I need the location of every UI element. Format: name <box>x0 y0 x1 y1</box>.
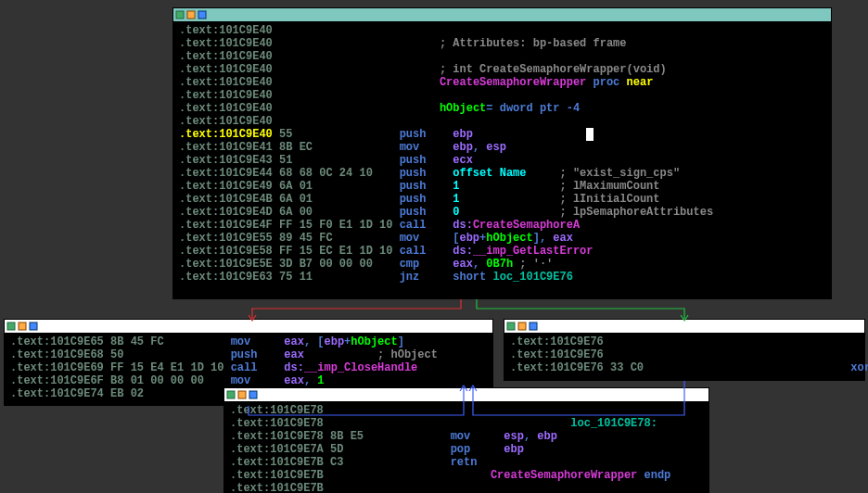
header-icon-2 <box>237 390 247 399</box>
svg-rect-8 <box>530 322 537 330</box>
header-icon-1 <box>226 390 236 399</box>
svg-rect-1 <box>187 11 195 19</box>
header-icon-3 <box>529 322 538 331</box>
svg-rect-7 <box>518 322 526 330</box>
code-right[interactable]: .text:101C9E76 .text:101C9E76 loc_101C9E… <box>504 333 864 378</box>
graph-node-main[interactable]: .text:101C9E40 .text:101C9E40 ; Attribut… <box>172 7 832 299</box>
svg-rect-6 <box>507 322 515 330</box>
graph-node-bottom[interactable]: .text:101C9E78 .text:101C9E78 loc_101C9E… <box>223 387 709 493</box>
code-main[interactable]: .text:101C9E40 .text:101C9E40 ; Attribut… <box>173 21 831 287</box>
header-icon-2 <box>517 322 527 331</box>
node-header[interactable] <box>224 388 708 401</box>
node-header[interactable] <box>504 320 864 333</box>
svg-rect-0 <box>176 11 184 19</box>
svg-rect-4 <box>19 322 26 330</box>
svg-rect-5 <box>30 322 37 330</box>
graph-node-right[interactable]: .text:101C9E76 .text:101C9E76 loc_101C9E… <box>504 319 865 381</box>
node-header[interactable] <box>5 320 492 333</box>
header-icon-3 <box>198 10 207 19</box>
header-icon-2 <box>18 322 27 331</box>
node-header[interactable] <box>173 8 831 21</box>
header-icon-1 <box>175 10 185 19</box>
svg-rect-10 <box>238 391 246 398</box>
header-icon-3 <box>29 322 38 331</box>
header-icon-2 <box>186 10 196 19</box>
svg-rect-11 <box>249 391 257 398</box>
header-icon-3 <box>249 390 258 399</box>
header-icon-1 <box>506 322 516 331</box>
svg-rect-3 <box>7 322 15 330</box>
code-bottom[interactable]: .text:101C9E78 .text:101C9E78 loc_101C9E… <box>224 401 708 493</box>
header-icon-1 <box>6 322 16 331</box>
svg-rect-9 <box>227 391 235 398</box>
svg-rect-2 <box>198 11 206 19</box>
